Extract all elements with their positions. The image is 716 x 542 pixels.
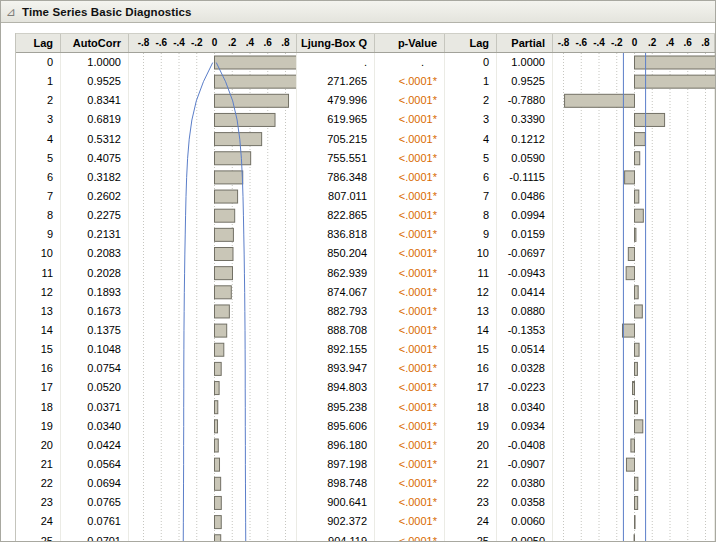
lag2-cell: 12 (445, 283, 497, 302)
pacf-chart-cell (553, 110, 715, 129)
acf-chart-cell (129, 264, 297, 283)
table-row: 170.0520894.803<.0001*17-0.0223 (15, 378, 715, 397)
lag2-cell: 15 (445, 340, 497, 359)
acf-chart-cell (129, 455, 297, 474)
table-row: 220.0694898.748<.0001*220.0380 (15, 474, 715, 493)
pacf-chart-cell (553, 130, 715, 149)
lag2-cell: 2 (445, 91, 497, 110)
partial-cell: 0.0514 (497, 340, 553, 359)
ljung-box-cell: 882.793 (297, 302, 375, 321)
lag2-cell: 18 (445, 398, 497, 417)
p-value-cell: <.0001* (375, 340, 445, 359)
acf-chart-cell (129, 532, 297, 542)
acf-chart-cell (129, 378, 297, 397)
table-row: 30.6819619.965<.0001*30.3390 (15, 110, 715, 129)
autocorr-cell: 0.1375 (61, 321, 129, 340)
table-row: 110.2028862.939<.0001*11-0.0943 (15, 264, 715, 283)
lag-cell: 1 (15, 72, 61, 91)
acf-chart-cell (129, 225, 297, 244)
lag-cell: 4 (15, 130, 61, 149)
p-value-cell: <.0001* (375, 359, 445, 378)
ljung-box-cell: 271.265 (297, 72, 375, 91)
p-value-cell: <.0001* (375, 321, 445, 340)
ljung-box-cell: 904.119 (297, 532, 375, 542)
partial-cell: -0.1115 (497, 168, 553, 187)
pacf-chart-cell (553, 72, 715, 91)
table-row: 60.3182786.348<.0001*6-0.1115 (15, 168, 715, 187)
autocorr-cell: 0.0564 (61, 455, 129, 474)
table-row: 130.1673882.793<.0001*130.0880 (15, 302, 715, 321)
acf-chart-cell (129, 110, 297, 129)
ljung-box-cell: 874.067 (297, 283, 375, 302)
p-value-cell: <.0001* (375, 417, 445, 436)
ljung-box-cell: 822.865 (297, 206, 375, 225)
ljung-box-cell: 895.606 (297, 417, 375, 436)
lag-cell: 9 (15, 225, 61, 244)
lag2-cell: 13 (445, 302, 497, 321)
lag2-cell: 16 (445, 359, 497, 378)
autocorr-cell: 0.0520 (61, 378, 129, 397)
table-row: 240.0761902.372<.0001*240.0060 (15, 512, 715, 531)
lag2-cell: 5 (445, 149, 497, 168)
lag2-cell: 11 (445, 264, 497, 283)
lag-cell: 16 (15, 359, 61, 378)
ljung-box-cell: 892.155 (297, 340, 375, 359)
p-value-cell: <.0001* (375, 532, 445, 542)
ljung-box-cell: 862.939 (297, 264, 375, 283)
autocorr-cell: 0.2083 (61, 244, 129, 263)
lag-cell: 6 (15, 168, 61, 187)
autocorr-cell: 0.5312 (61, 130, 129, 149)
col-header-lag-2: Lag (445, 34, 497, 52)
pacf-chart-cell (553, 149, 715, 168)
autocorr-cell: 0.9525 (61, 72, 129, 91)
p-value-cell: <.0001* (375, 398, 445, 417)
ljung-box-cell: 705.215 (297, 130, 375, 149)
pacf-chart-cell (553, 474, 715, 493)
autocorr-cell: 0.4075 (61, 149, 129, 168)
partial-cell: -0.0408 (497, 436, 553, 455)
autocorr-cell: 0.0340 (61, 417, 129, 436)
table-row: 150.1048892.155<.0001*150.0514 (15, 340, 715, 359)
autocorr-cell: 0.1673 (61, 302, 129, 321)
ljung-box-cell: 893.947 (297, 359, 375, 378)
table-row: 40.5312705.215<.0001*40.1212 (15, 130, 715, 149)
table-row: 140.1375888.708<.0001*14-0.1353 (15, 321, 715, 340)
partial-cell: -0.0943 (497, 264, 553, 283)
lag2-cell: 23 (445, 493, 497, 512)
axis-tick-label: .8 (696, 34, 716, 52)
pacf-axis-header: -.8-.6-.4-.20.2.4.6.8 (553, 34, 715, 52)
ljung-box-cell: . (297, 53, 375, 72)
pacf-chart-cell (553, 532, 715, 542)
partial-cell: 0.1212 (497, 130, 553, 149)
partial-cell: 0.3390 (497, 110, 553, 129)
autocorr-cell: 0.0424 (61, 436, 129, 455)
col-header-p-value: p-Value (375, 34, 445, 52)
pacf-chart-cell (553, 493, 715, 512)
acf-chart-cell (129, 283, 297, 302)
p-value-cell: <.0001* (375, 72, 445, 91)
lag2-cell: 4 (445, 130, 497, 149)
acf-chart-cell (129, 130, 297, 149)
acf-chart-cell (129, 417, 297, 436)
autocorr-cell: 0.0371 (61, 398, 129, 417)
partial-cell: 0.9525 (497, 72, 553, 91)
ljung-box-cell: 755.551 (297, 149, 375, 168)
pacf-chart-cell (553, 417, 715, 436)
disclosure-triangle-icon[interactable]: ⊿ (6, 6, 16, 18)
table-row: 01.0000..01.0000 (15, 53, 715, 72)
lag-cell: 25 (15, 532, 61, 542)
pacf-chart-cell (553, 53, 715, 72)
lag-cell: 22 (15, 474, 61, 493)
pacf-chart-cell (553, 91, 715, 110)
autocorr-cell: 0.1893 (61, 283, 129, 302)
autocorr-cell: 0.2131 (61, 225, 129, 244)
table-row: 160.0754893.947<.0001*160.0328 (15, 359, 715, 378)
pacf-chart-cell (553, 398, 715, 417)
lag-cell: 7 (15, 187, 61, 206)
autocorr-cell: 0.3182 (61, 168, 129, 187)
partial-cell: -0.0050 (497, 532, 553, 542)
autocorr-cell: 0.0754 (61, 359, 129, 378)
acf-chart-cell (129, 359, 297, 378)
partial-cell: 0.0934 (497, 417, 553, 436)
pacf-chart-cell (553, 436, 715, 455)
